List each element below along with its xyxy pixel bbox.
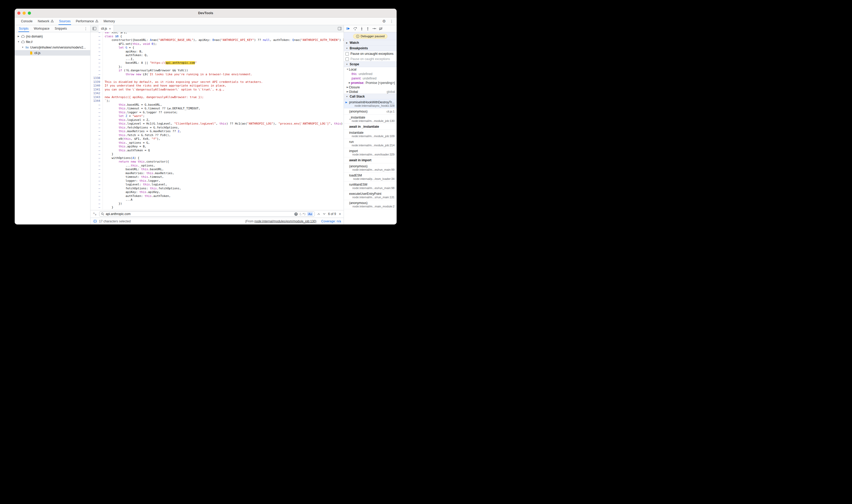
line-gutter[interactable]: – [90,145,103,149]
code-line[interactable]: – this.apiKey = B, [90,145,344,149]
scope-variable-parent[interactable]: parent: undefined [344,76,397,80]
line-gutter[interactable]: 1341 [90,88,103,92]
editor-tab-cli-js[interactable]: cli.js × [99,25,114,32]
scope-section-header[interactable]: ▼ Scope [344,61,397,67]
expander-expanded-icon[interactable]: ▼ [345,63,348,66]
code-line[interactable]: – this.fetch = G.fetch ?? Fs0(), [90,133,344,138]
code-line[interactable]: – let Z = "warn"; [90,114,344,118]
deactivate-breakpoints-button[interactable] [379,27,383,31]
search-query-text[interactable]: api.anthropic.com [106,212,293,216]
line-gutter[interactable]: – [90,38,103,42]
line-gutter[interactable]: – [90,57,103,61]
breakpoints-section-header[interactable]: ▼ Breakpoints [344,46,397,51]
expander-expanded-icon[interactable]: ▼ [17,41,20,43]
step-into-button[interactable] [360,27,363,31]
expander-expanded-icon[interactable]: ▼ [345,95,348,98]
call-stack-frame[interactable]: runMainESM node:internal/m...es/run_main… [344,182,397,191]
expander-expanded-icon[interactable]: ▼ [346,68,349,71]
code-line[interactable]: – apiKey: B, [90,50,344,54]
expander-collapsed-icon[interactable]: ▶ [348,82,351,84]
minimize-window-button[interactable] [22,12,26,15]
expander-collapsed-icon[interactable]: ▶ [346,90,349,93]
resume-button[interactable] [346,27,350,31]
frame-location-link[interactable]: node:internal/m...es/run_main:98 [350,186,394,190]
line-gutter[interactable]: – [90,179,103,183]
code-line[interactable]: – ...A [90,198,344,202]
code-line[interactable]: – constructor({baseURL: A=ao("ANTHROPIC_… [90,38,344,42]
call-stack-frame[interactable]: (anonymous) node:internal/m...main_modul… [344,200,397,209]
code-line[interactable]: – logger: this.logger, [90,179,344,183]
expander-expanded-icon[interactable]: ▼ [21,46,24,49]
code-line[interactable]: – this.baseURL = G.baseURL, [90,103,344,107]
code-line[interactable]: – this.timeout = G.timeout ?? Lw.DEFAULT… [90,107,344,111]
search-input[interactable]: api.anthropic.com × (.*) Aa [99,211,315,217]
close-window-button[interactable] [17,12,20,15]
navigator-more-kebab-icon[interactable]: ⋮ [84,25,90,32]
line-gutter[interactable]: 1338 [90,76,103,80]
frame-location-link[interactable]: node:internal/m...module_job:130 [350,119,394,123]
clear-search-icon[interactable]: × [294,212,298,216]
previous-result-button[interactable] [317,213,320,215]
line-gutter[interactable]: – [90,141,103,145]
code-line[interactable]: – apiKey: this.apiKey, [90,191,344,194]
step-button[interactable] [372,27,376,30]
tab-performance[interactable]: Performance [73,18,101,25]
line-gutter[interactable]: – [90,152,103,156]
line-gutter[interactable]: – [90,118,103,122]
code-line[interactable]: – fetchOptions: this.fetchOptions, [90,187,344,191]
frame-location-link[interactable]: node:internal/m...module_job:109 [350,134,394,138]
frame-location-link[interactable]: node:internal/m...es/run_main:99 [350,168,394,171]
code-line[interactable]: – this._options = G, [90,141,344,145]
tab-network[interactable]: Network [35,18,56,25]
call-stack-frame[interactable]: loadESM node:internal/p.../esm_loader:34 [344,173,397,182]
expander-collapsed-icon[interactable]: ▶ [346,86,349,88]
line-gutter[interactable]: – [90,65,103,69]
line-gutter[interactable]: – [90,42,103,46]
call-stack-frame[interactable]: instantiate node:internal/m...module_job… [344,130,397,139]
line-gutter[interactable]: – [90,73,103,76]
code-line[interactable]: – authToken: Q, [90,54,344,57]
line-gutter[interactable]: – [90,164,103,168]
tab-console[interactable]: Console [18,18,35,25]
expander-expanded-icon[interactable]: ▼ [345,47,348,50]
call-stack-frame[interactable]: ▶ promiseInitHookWithDestroyTr... node:i… [344,100,397,109]
code-line[interactable]: 1342 [90,91,344,95]
code-line[interactable]: – ...this._options, [90,164,344,168]
line-gutter[interactable]: – [90,69,103,73]
line-gutter[interactable]: – [90,156,103,160]
code-line[interactable]: – baseURL: this.baseURL, [90,167,344,172]
regex-toggle-button[interactable]: (.*) [299,213,306,216]
tab-close-icon[interactable]: × [109,27,111,31]
pretty-print-icon[interactable]: {} [93,219,97,223]
code-line[interactable]: – timeout: this.timeout, [90,175,344,179]
code-line[interactable]: – logLevel: this.logLevel, [90,183,344,187]
code-line[interactable]: – throw new L9(`It looks like you're run… [90,73,344,76]
code-line[interactable]: – this.logLevel = Z, [90,118,344,122]
line-gutter[interactable]: – [90,61,103,65]
frame-location-link[interactable]: node:internal/async_hooks:328 [353,104,394,107]
code-line[interactable]: – return new this.constructor({ [90,160,344,164]
code-line[interactable]: 1339This is disabled by default, as it r… [90,80,344,84]
line-gutter[interactable]: – [90,46,103,50]
call-stack-frame[interactable]: import node:internal/m...esm/loader:329 [344,148,397,157]
expander-collapsed-icon[interactable]: ▶ [345,42,348,44]
code-line[interactable]: 1341you can set the \`dangerouslyAllowBr… [90,88,344,92]
frame-location-link[interactable]: node:internal/m...main_module:2 [351,205,394,208]
frame-location-link[interactable]: node:internal/m...module_job:214 [350,144,394,147]
tab-workspace[interactable]: Workspace [31,25,52,32]
line-gutter[interactable]: – [90,54,103,57]
frame-location-link[interactable]: node:internal/m...esm/loader:329 [350,153,394,156]
frame-location-link[interactable]: node:internal/m...s/run_main:131 [350,196,394,199]
settings-gear-icon[interactable]: ⚙ [383,19,386,23]
code-line[interactable]: – this.logLevel = Hc1(G.logLevel, "Clien… [90,122,344,126]
line-gutter[interactable]: – [90,160,103,164]
code-line[interactable]: – let G = { [90,46,344,50]
line-gutter[interactable]: – [90,126,103,130]
more-options-kebab-icon[interactable]: ⋮ [390,19,393,23]
line-gutter[interactable]: 1339 [90,80,103,84]
code-line[interactable]: –class $B { [90,35,344,39]
line-gutter[interactable]: – [90,183,103,187]
line-gutter[interactable]: – [90,167,103,172]
line-gutter[interactable]: – [90,149,103,152]
tab-memory[interactable]: Memory [101,18,118,25]
